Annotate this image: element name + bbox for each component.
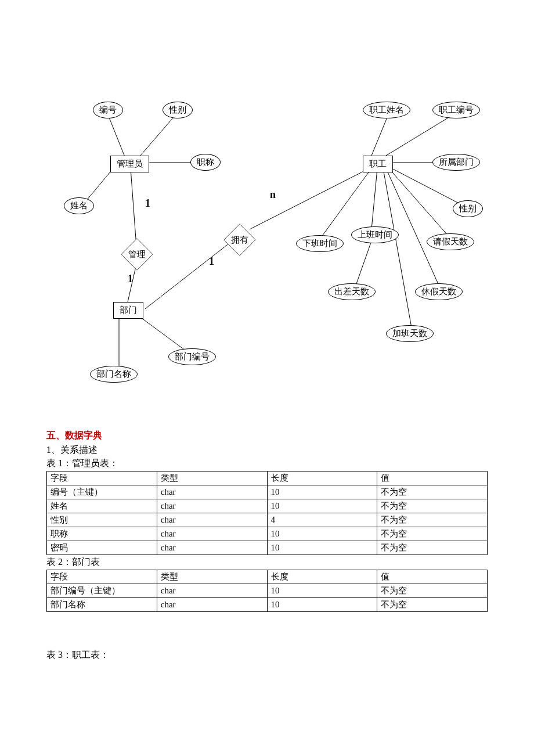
card-dept-own: 1 [209,255,214,268]
table1-caption: 表 1：管理员表： [46,458,488,470]
table-row: 性别char4不为空 [47,513,488,527]
attr-emp-sex: 性别 [453,200,483,217]
svg-line-11 [386,113,456,156]
th-val: 值 [377,471,488,485]
attr-dept-name: 部门名称 [90,366,138,383]
attr-emp-leave: 请假天数 [427,233,474,250]
subsection-1: 1、关系描述 [46,444,488,456]
th-type: 类型 [157,570,267,584]
table-dept: 字段 类型 长度 值 部门编号（主键）char10不为空 部门名称char10不… [46,570,488,612]
svg-line-8 [145,241,232,309]
rel-own: 拥有 [223,224,256,256]
svg-line-13 [392,168,464,206]
th-field: 字段 [47,570,157,584]
attr-emp-name: 职工姓名 [363,102,410,118]
svg-line-0 [107,113,125,157]
svg-line-14 [389,168,453,241]
attr-dept-id: 部门编号 [168,348,216,365]
entity-dept: 部门 [113,302,143,319]
attr-emp-trip: 出差天数 [328,283,376,300]
table-row: 部门名称char10不为空 [47,598,488,612]
svg-line-1 [139,113,177,157]
table-row: 职称char10不为空 [47,527,488,541]
table2-caption: 表 2：部门表 [46,556,488,568]
table-row: 姓名char10不为空 [47,499,488,513]
attr-emp-off: 下班时间 [296,235,344,252]
card-admin-manage: 1 [145,197,150,210]
svg-line-10 [371,113,389,156]
table3-caption: 表 3：职工表： [46,649,488,661]
rel-manage: 管理 [121,238,153,271]
entity-emp: 职工 [363,156,393,172]
table-header-row: 字段 类型 长度 值 [47,471,488,485]
attr-admin-title: 职称 [190,154,221,171]
table-row: 部门编号（主键）char10不为空 [47,584,488,598]
er-connectors [46,81,488,406]
svg-line-15 [386,168,441,290]
svg-line-18 [371,168,377,229]
th-len: 长度 [267,570,377,584]
card-own-emp: n [270,189,276,201]
attr-emp-id: 职工编号 [432,102,480,118]
th-type: 类型 [157,471,267,485]
rel-own-label: 拥有 [231,235,248,246]
th-val: 值 [377,570,488,584]
table-admin: 字段 类型 长度 值 编号（主键）char10不为空 姓名char10不为空 性… [46,471,488,555]
card-manage-dept: 1 [128,273,133,285]
attr-emp-vac: 休假天数 [415,283,463,300]
svg-line-3 [84,168,113,203]
svg-line-16 [383,168,412,331]
svg-line-9 [250,167,371,229]
attr-admin-id: 编号 [93,102,123,118]
rel-manage-label: 管理 [128,249,146,260]
attr-emp-on: 上班时间 [351,226,399,243]
th-len: 长度 [267,471,377,485]
attr-emp-ot: 加班天数 [386,325,434,342]
attr-admin-sex: 性别 [163,102,193,118]
th-field: 字段 [47,471,157,485]
entity-admin: 管理员 [110,156,149,172]
table-row: 编号（主键）char10不为空 [47,485,488,499]
svg-line-4 [131,168,136,247]
section-title: 五、数据字典 [46,430,488,442]
table-row: 密码char10不为空 [47,541,488,555]
er-diagram: 管理员 编号 性别 职称 姓名 1 管理 1 部门 部门名称 部门编号 拥有 1… [46,81,488,406]
svg-line-19 [354,241,371,290]
attr-admin-name: 姓名 [64,197,94,214]
attr-emp-dept: 所属部门 [432,154,480,171]
table-header-row: 字段 类型 长度 值 [47,570,488,584]
